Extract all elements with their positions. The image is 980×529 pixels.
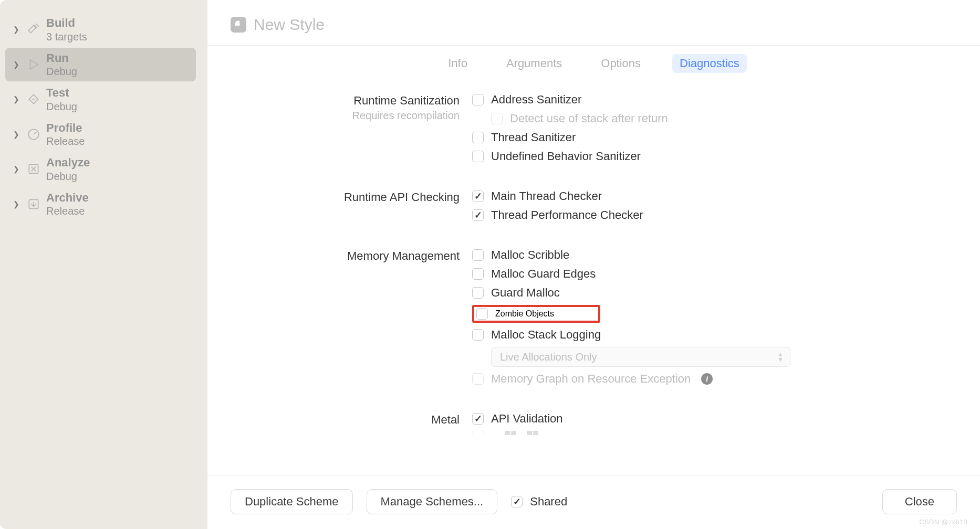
checkbox-address-sanitizer[interactable] [472, 94, 484, 105]
label-api-validation: API Validation [491, 412, 563, 426]
sidebar-title: Archive [46, 191, 89, 205]
label-shared: Shared [530, 495, 567, 509]
sidebar-title: Analyze [46, 155, 90, 170]
checkbox-cropped [472, 431, 484, 435]
checkbox-api-validation[interactable] [472, 413, 484, 425]
label-malloc-guard-edges: Malloc Guard Edges [491, 267, 596, 281]
checkbox-ub-sanitizer[interactable] [472, 151, 484, 162]
section-api-checking: Runtime API Checking [239, 189, 460, 204]
label-memory-graph: Memory Graph on Resource Exception [491, 372, 691, 386]
footer: Duplicate Scheme Manage Schemes... Share… [207, 475, 980, 529]
sidebar-title: Test [46, 86, 77, 100]
close-button[interactable]: Close [882, 489, 957, 514]
sidebar: ❯ Build 3 targets ❯ Run Debug ❯ [0, 0, 207, 529]
app-icon [231, 17, 246, 33]
checkbox-thread-perf-checker[interactable] [472, 209, 484, 221]
checkbox-thread-sanitizer[interactable] [472, 132, 484, 143]
checkbox-detect-stack [491, 113, 503, 124]
select-stack-logging-mode: Live Allocations Only ▲▼ [491, 347, 790, 367]
highlight-zombie-objects: Zombie Objects [472, 305, 600, 323]
label-malloc-stack-logging: Malloc Stack Logging [491, 328, 601, 342]
sidebar-item-test[interactable]: ❯ Test Debug [5, 82, 196, 117]
section-metal: Metal [239, 412, 460, 427]
label-ub-sanitizer: Undefined Behavior Sanitizer [491, 150, 641, 163]
checkbox-zombie-objects[interactable] [476, 308, 488, 320]
chevron-right-icon: ❯ [11, 165, 22, 173]
checkbox-malloc-scribble[interactable] [472, 249, 484, 261]
tab-info[interactable]: Info [441, 54, 475, 73]
test-icon [25, 91, 42, 108]
tab-diagnostics[interactable]: Diagnostics [672, 54, 747, 73]
sidebar-sub: Debug [46, 170, 90, 183]
hammer-icon [25, 21, 42, 38]
diagnostics-panel[interactable]: Runtime Sanitization Requires recompilat… [207, 82, 980, 475]
label-zombie-objects: Zombie Objects [495, 309, 554, 319]
checkbox-malloc-stack-logging[interactable] [472, 329, 484, 341]
checkbox-malloc-guard-edges[interactable] [472, 268, 484, 280]
chevron-right-icon: ❯ [11, 200, 22, 208]
info-icon[interactable]: i [701, 373, 713, 385]
checkbox-shared[interactable] [511, 496, 523, 507]
archive-icon [25, 196, 42, 213]
sidebar-title: Profile [46, 121, 85, 135]
tab-arguments[interactable]: Arguments [499, 54, 569, 73]
section-memory-management: Memory Management [239, 248, 460, 263]
gauge-icon [25, 126, 42, 143]
sidebar-item-archive[interactable]: ❯ Archive Release [5, 187, 196, 221]
sidebar-title: Build [46, 16, 87, 30]
sidebar-sub: Release [46, 135, 85, 148]
info-icon: i [527, 431, 538, 435]
sidebar-sub: Debug [46, 100, 77, 113]
play-icon [25, 56, 42, 73]
checkbox-memory-graph [472, 373, 484, 385]
label-malloc-scribble: Malloc Scribble [491, 248, 569, 262]
sidebar-item-analyze[interactable]: ❯ Analyze Debug [5, 152, 196, 186]
header: New Style [207, 0, 980, 46]
label-guard-malloc: Guard Malloc [491, 286, 560, 300]
info-icon: i [505, 431, 516, 435]
sidebar-item-build[interactable]: ❯ Build 3 targets [5, 13, 196, 47]
sidebar-title: Run [46, 51, 77, 66]
select-value: Live Allocations Only [500, 351, 597, 363]
watermark: CSDN @zxb10 [919, 518, 967, 526]
analyze-icon [25, 161, 42, 177]
chevron-right-icon: ❯ [11, 95, 22, 103]
sidebar-sub: Release [46, 205, 89, 218]
label-detect-stack: Detect use of stack after return [510, 112, 668, 125]
chevron-right-icon: ❯ [11, 60, 22, 69]
section-runtime-sanitization: Runtime Sanitization Requires recompilat… [239, 93, 460, 122]
sidebar-sub: Debug [46, 65, 77, 78]
scheme-title: New Style [254, 16, 325, 34]
label-main-thread-checker: Main Thread Checker [491, 189, 602, 203]
tab-options[interactable]: Options [593, 54, 648, 73]
label-thread-sanitizer: Thread Sanitizer [491, 131, 576, 144]
sidebar-sub: 3 targets [46, 30, 87, 44]
label-thread-perf-checker: Thread Performance Checker [491, 208, 643, 222]
manage-schemes-button[interactable]: Manage Schemes... [367, 489, 498, 514]
duplicate-scheme-button[interactable]: Duplicate Scheme [231, 489, 353, 514]
sidebar-item-run[interactable]: ❯ Run Debug [5, 48, 196, 82]
chevron-updown-icon: ▲▼ [777, 352, 784, 362]
checkbox-main-thread-checker[interactable] [472, 191, 484, 202]
sidebar-item-profile[interactable]: ❯ Profile Release [5, 118, 196, 152]
chevron-right-icon: ❯ [11, 130, 22, 139]
tab-bar: Info Arguments Options Diagnostics [207, 46, 980, 82]
label-address-sanitizer: Address Sanitizer [491, 93, 581, 107]
chevron-right-icon: ❯ [11, 25, 22, 34]
checkbox-guard-malloc[interactable] [472, 287, 484, 299]
